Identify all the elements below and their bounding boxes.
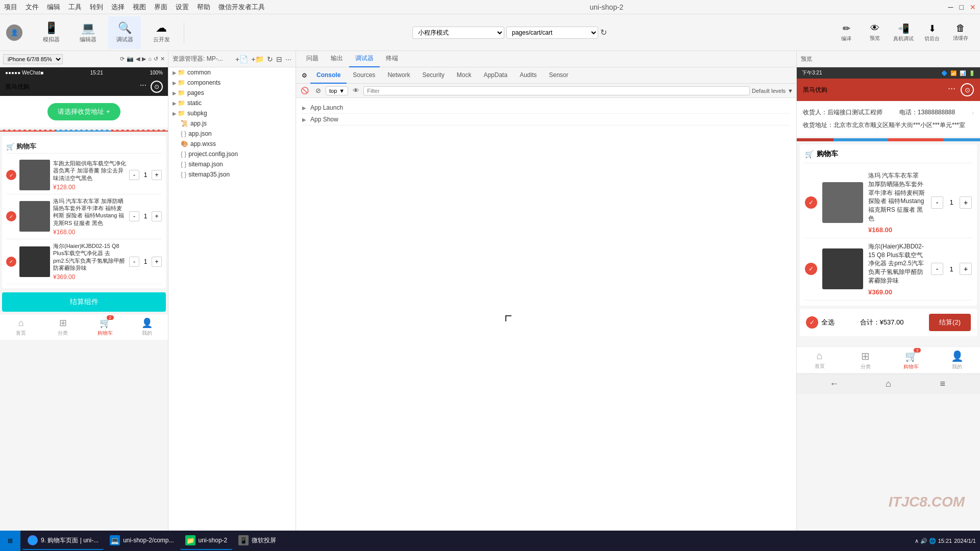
checkout-bar[interactable]: 结算组件 [2,292,166,312]
tab-sources[interactable]: Sources [347,67,381,84]
expand-arrow-icon[interactable]: ▶ [302,105,306,111]
clear-btn[interactable]: 🗑 清缓存 [947,19,974,46]
tab-security[interactable]: Security [416,67,450,84]
list-item[interactable]: 🎨 app.wxss [168,139,296,149]
select-all-check[interactable]: ✓ [806,316,818,329]
list-item[interactable]: ▶ 📁 pages [168,88,296,98]
menu-view[interactable]: 视图 [133,3,146,12]
address-btn[interactable]: 请选择收货地址 + [47,103,120,120]
collapse-icon[interactable]: ⊟ [276,55,282,63]
back-btn[interactable]: ← [826,375,842,392]
preview-nav-cart[interactable]: 🛒3 购物车 [889,347,935,373]
item1-check[interactable]: ✓ [6,170,16,180]
tab-audits[interactable]: Audits [513,67,543,84]
nav-profile[interactable]: 👤 我的 [126,314,168,340]
backend-btn[interactable]: ⬇ 切后台 [919,19,945,46]
menu-edit[interactable]: 编辑 [47,3,60,12]
tab-console[interactable]: Console [310,67,347,84]
real-device-btn[interactable]: 📲 真机调试 [890,19,917,46]
menu-btn[interactable]: ≡ [935,375,951,392]
list-item[interactable]: ▶ 📁 components [168,78,296,88]
editor-btn[interactable]: 💻 编辑器 [71,16,104,49]
close-icon[interactable]: ✕ [160,56,165,62]
nav-category[interactable]: ⊞ 分类 [42,314,84,340]
forward-icon[interactable]: ▶ [142,56,146,62]
preview-item2-check[interactable]: ✓ [805,263,817,275]
refresh-icon[interactable]: ↻ [600,28,607,37]
preview-item1-minus[interactable]: - [931,196,943,209]
tab-output[interactable]: 输出 [325,51,349,67]
checkout-button[interactable]: 结算(2) [929,314,971,331]
address-chevron-icon[interactable]: › [972,109,974,116]
tab-mock[interactable]: Mock [451,67,478,84]
page-select[interactable]: pages/cart/cart [506,27,598,39]
nav-cart[interactable]: 🛒2 购物车 [84,314,126,340]
preview-item1-check[interactable]: ✓ [805,196,817,209]
screenshot-icon[interactable]: 📷 [127,56,134,62]
menu-ui[interactable]: 界面 [154,3,167,12]
subtab-settings-icon[interactable]: ⚙ [298,69,310,82]
more-icon[interactable]: ··· [948,83,955,96]
list-item[interactable]: { } sitemap35.json [168,169,296,180]
menu-settings[interactable]: 设置 [176,3,189,12]
menu-project[interactable]: 项目 [4,3,17,12]
item3-minus[interactable]: - [129,257,139,267]
mode-select[interactable]: 小程序模式 [412,27,504,39]
taskbar-item[interactable]: 🌐 9. 购物车页面 | uni-... [22,532,104,550]
preview-btn[interactable]: 👁 预览 [862,19,888,46]
preview-item1-plus[interactable]: + [960,196,972,209]
home-icon[interactable]: ⌂ [148,56,152,62]
list-item[interactable]: ▶ 📁 common [168,67,296,78]
preview-nav-home[interactable]: ⌂ 首页 [797,347,843,373]
close-btn[interactable]: ✕ [970,3,976,11]
new-folder-icon[interactable]: +📁 [251,55,264,63]
tab-network[interactable]: Network [381,67,416,84]
cloud-btn[interactable]: ☁ 云开发 [145,16,178,49]
list-item[interactable]: { } sitemap.json [168,159,296,169]
minimize-btn[interactable]: ─ [948,3,953,11]
list-item[interactable]: ▶ 📁 subpkg [168,108,296,118]
start-button[interactable]: ⊞ [0,531,20,551]
menu-icon[interactable]: ··· [140,81,146,93]
maximize-btn[interactable]: □ [960,3,964,11]
nav-home[interactable]: ⌂ 首页 [0,314,42,340]
list-item[interactable]: { } project.config.json [168,149,296,159]
back-icon[interactable]: ◀ [136,56,140,62]
expand-arrow-icon[interactable]: ▶ [302,117,306,122]
item2-minus[interactable]: - [129,211,139,221]
taskbar-item[interactable]: 💻 uni-shop-2/comp... [105,532,179,550]
new-file-icon[interactable]: +📄 [235,55,248,63]
item1-minus[interactable]: - [129,170,139,180]
menu-select[interactable]: 选择 [111,3,125,12]
menu-file[interactable]: 文件 [26,3,39,12]
menu-wechat-devtools[interactable]: 微信开发者工具 [218,3,265,12]
preview-nav-profile[interactable]: 👤 我的 [934,347,980,373]
item2-check[interactable]: ✓ [6,211,16,221]
debugger-btn[interactable]: 🔍 调试器 [108,16,141,49]
clear-console-icon[interactable]: 🚫 [299,85,310,96]
item3-plus[interactable]: + [152,257,162,267]
tab-sensor[interactable]: Sensor [543,67,574,84]
item1-plus[interactable]: + [152,170,162,180]
console-filter-input[interactable] [363,86,750,95]
compile-btn[interactable]: ✏ 编译 [833,19,860,46]
tab-debugger[interactable]: 调试器 [349,51,380,67]
simulator-btn[interactable]: 📱 模拟器 [35,16,67,49]
preview-item2-plus[interactable]: + [960,263,972,275]
tab-issues[interactable]: 问题 [300,51,325,67]
restore-icon[interactable]: ↺ [154,56,158,62]
refresh-tree-icon[interactable]: ↻ [267,55,273,63]
taskbar-item[interactable]: 📁 uni-shop-2 [180,532,233,550]
menu-tools[interactable]: 工具 [68,3,82,12]
more-icon[interactable]: ··· [285,55,291,63]
device-select[interactable]: iPhone 6/7/8 85% [3,54,63,64]
item2-plus[interactable]: + [152,211,162,221]
filter-icon[interactable]: ⊘ [312,85,324,96]
tab-appdata[interactable]: AppData [477,67,513,84]
list-item[interactable]: ▶ 📁 static [168,98,296,108]
home-circle-icon[interactable]: ⊙ [961,83,974,96]
preview-item2-minus[interactable]: - [931,263,943,275]
eye-icon[interactable]: 👁 [350,85,361,96]
menu-goto[interactable]: 转到 [90,3,103,12]
list-item[interactable]: { } app.json [168,129,296,139]
